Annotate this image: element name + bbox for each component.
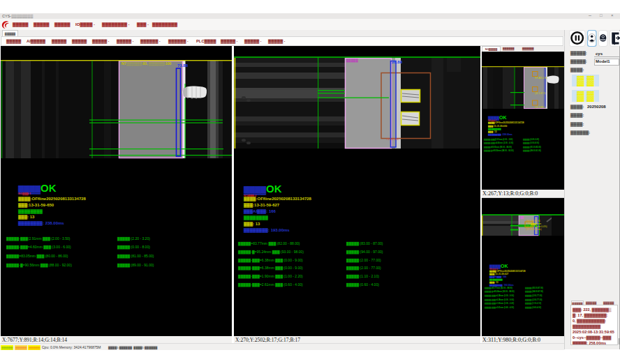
svg-text:71.38 183: 71.38 183 — [386, 137, 399, 141]
svg-text:N7▒▒▒▒▒▒:93, ▒▒▒▒▒▒:100: N7▒▒▒▒▒▒:93, ▒▒▒▒▒▒:100 — [121, 61, 172, 66]
svg-text:28.88: 28.88 — [392, 60, 403, 64]
svg-text:(32.1-87.3): (32.1-87.3) — [535, 92, 546, 95]
svg-text:▓▓: ▓▓ — [520, 216, 524, 219]
svg-text:N7:A85.2.81: N7:A85.2.81 — [535, 77, 547, 79]
svg-text:73.88: 73.88 — [177, 63, 189, 68]
svg-text:(14.3-88.1): (14.3-88.1) — [535, 106, 546, 109]
svg-text:(13.45:82.1mm): (13.45:82.1mm) — [526, 228, 542, 231]
